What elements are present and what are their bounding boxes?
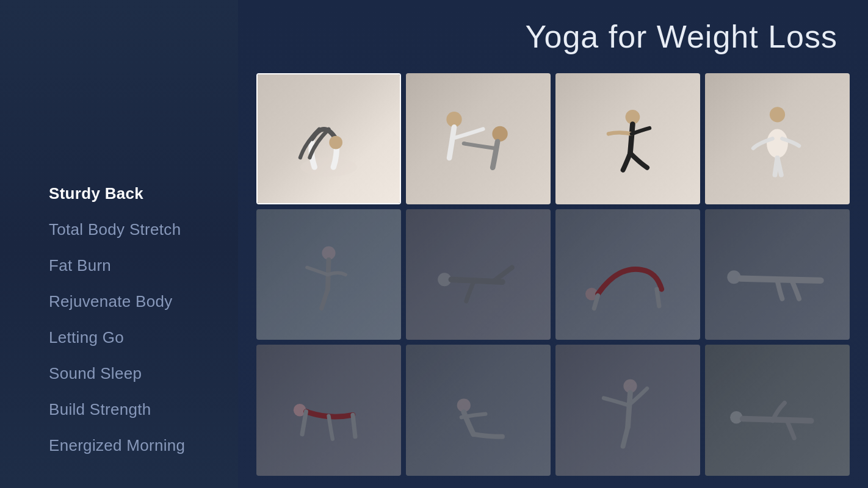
- svg-point-0: [300, 157, 357, 176]
- sidebar-nav: Sturdy Back Total Body Stretch Fat Burn …: [49, 176, 238, 464]
- sidebar-item-label: Letting Go: [49, 328, 124, 346]
- svg-point-6: [767, 129, 788, 158]
- sidebar-item-fat-burn[interactable]: Fat Burn: [49, 248, 238, 284]
- sidebar-item-label: Fat Burn: [49, 256, 111, 274]
- video-card-r2c1[interactable]: [256, 209, 401, 340]
- svg-point-3: [492, 126, 507, 142]
- sidebar-item-label: Rejuvenate Body: [49, 292, 173, 310]
- svg-point-1: [329, 136, 342, 149]
- sidebar-item-sturdy-back[interactable]: Sturdy Back: [49, 176, 238, 212]
- sidebar-item-label: Sound Sleep: [49, 364, 142, 382]
- video-card-r1c3[interactable]: [555, 73, 700, 204]
- video-card-r3c2[interactable]: [406, 345, 551, 476]
- video-grid: [256, 73, 850, 476]
- sidebar-item-total-body-stretch[interactable]: Total Body Stretch: [49, 212, 238, 248]
- video-card-r3c1[interactable]: [256, 345, 401, 476]
- main-content: Yoga for Weight Loss: [238, 0, 868, 488]
- sidebar-item-label: Sturdy Back: [49, 184, 143, 203]
- sidebar-item-sound-sleep[interactable]: Sound Sleep: [49, 356, 238, 392]
- sidebar-item-letting-go[interactable]: Letting Go: [49, 320, 238, 356]
- video-card-r3c4[interactable]: [705, 345, 850, 476]
- video-card-r3c3[interactable]: [555, 345, 700, 476]
- video-card-r1c2[interactable]: [406, 73, 551, 204]
- sidebar: Sturdy Back Total Body Stretch Fat Burn …: [0, 0, 238, 488]
- sidebar-item-label: Build Strength: [49, 400, 151, 418]
- svg-point-5: [770, 107, 785, 122]
- video-card-r2c3[interactable]: [555, 209, 700, 340]
- video-card-r1c4[interactable]: [705, 73, 850, 204]
- page-title: Yoga for Weight Loss: [256, 18, 850, 55]
- sidebar-item-label: Total Body Stretch: [49, 220, 181, 239]
- video-card-r1c1[interactable]: [256, 73, 401, 204]
- video-card-r2c2[interactable]: [406, 209, 551, 340]
- sidebar-item-label: Energized Morning: [49, 436, 185, 454]
- sidebar-item-rejuvenate-body[interactable]: Rejuvenate Body: [49, 284, 238, 320]
- video-card-r2c4[interactable]: [705, 209, 850, 340]
- sidebar-item-energized-morning[interactable]: Energized Morning: [49, 428, 238, 464]
- sidebar-item-build-strength[interactable]: Build Strength: [49, 392, 238, 428]
